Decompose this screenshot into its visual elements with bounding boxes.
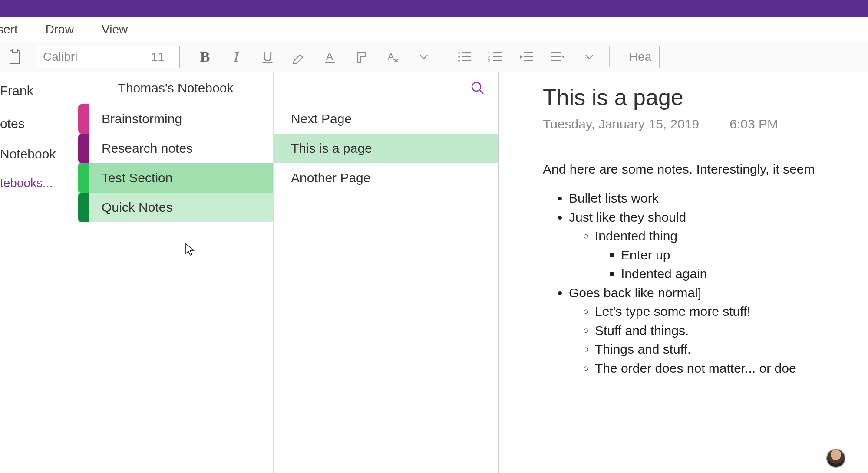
svg-rect-10 bbox=[462, 60, 471, 61]
more-notebooks-link[interactable]: tebooks... bbox=[0, 169, 78, 197]
list-item[interactable]: Indented again bbox=[621, 264, 868, 283]
font-selector[interactable]: Calibri 11 bbox=[36, 46, 180, 68]
section-color-tab bbox=[78, 134, 89, 163]
note-paragraph[interactable]: And here are some notes. Interestingly, … bbox=[543, 162, 868, 177]
formatting-toolbar: Calibri 11 B I U A A 123 Hea bbox=[0, 42, 868, 72]
style-dropdown[interactable]: Hea bbox=[621, 46, 660, 68]
section-label: Quick Notes bbox=[102, 200, 172, 215]
decrease-indent-button[interactable] bbox=[512, 46, 541, 68]
section-label: Brainstorming bbox=[102, 112, 182, 126]
section-item-quicknotes[interactable]: Quick Notes bbox=[78, 193, 273, 222]
section-list-panel: Thomas's Notebook Brainstorming Research… bbox=[78, 72, 274, 473]
underline-button[interactable]: U bbox=[253, 46, 282, 68]
svg-point-23 bbox=[472, 82, 481, 91]
page-title[interactable]: This is a page bbox=[543, 84, 821, 114]
font-color-button[interactable]: A bbox=[315, 46, 345, 68]
svg-point-7 bbox=[458, 56, 460, 58]
list-item[interactable]: Enter up bbox=[621, 246, 868, 265]
page-time: 6:03 PM bbox=[729, 117, 778, 131]
tab-insert[interactable]: sert bbox=[0, 18, 20, 41]
svg-line-24 bbox=[480, 90, 483, 94]
svg-rect-20 bbox=[551, 52, 561, 53]
format-painter-button[interactable] bbox=[347, 46, 376, 68]
svg-rect-21 bbox=[551, 56, 561, 57]
italic-button[interactable]: I bbox=[221, 46, 251, 68]
numbered-list-button[interactable]: 123 bbox=[481, 46, 510, 68]
svg-rect-3 bbox=[325, 62, 335, 63]
list-item[interactable]: Just like they should Indented thing Ent… bbox=[569, 208, 868, 283]
section-color-tab bbox=[78, 193, 89, 222]
section-color-tab bbox=[78, 163, 89, 193]
font-size-input[interactable]: 11 bbox=[136, 46, 179, 68]
notebook-item[interactable]: Notebook bbox=[0, 139, 78, 169]
section-item-research[interactable]: Research notes bbox=[78, 134, 273, 163]
highlight-button[interactable] bbox=[284, 46, 314, 68]
bullet-list-button[interactable] bbox=[449, 46, 479, 68]
increase-indent-button[interactable] bbox=[543, 46, 573, 68]
section-label: Test Section bbox=[102, 171, 172, 185]
font-name-input[interactable]: Calibri bbox=[36, 46, 136, 68]
svg-rect-19 bbox=[524, 60, 533, 61]
list-item[interactable]: Stuff and things. bbox=[595, 321, 868, 340]
svg-rect-8 bbox=[462, 56, 471, 57]
page-date: Tuesday, January 15, 2019 bbox=[543, 117, 699, 131]
font-dropdown-icon[interactable] bbox=[409, 46, 439, 68]
list-item[interactable]: Indented thing Enter up Indented again bbox=[595, 227, 868, 283]
ribbon-tabs: sert Draw View bbox=[0, 17, 868, 42]
list-item[interactable]: Things and stuff. bbox=[595, 340, 868, 359]
section-color-tab bbox=[78, 104, 89, 134]
svg-rect-6 bbox=[462, 52, 471, 53]
page-list-panel: Next Page This is a page Another Page bbox=[274, 72, 499, 473]
section-item-brainstorming[interactable]: Brainstorming bbox=[78, 104, 273, 134]
notebook-owner-label: Frank bbox=[0, 79, 78, 108]
list-item[interactable]: Goes back like normal] Let's type some m… bbox=[569, 283, 868, 378]
list-item[interactable]: The order does not matter... or doe bbox=[595, 359, 868, 378]
paragraph-dropdown-icon[interactable] bbox=[574, 46, 604, 68]
toolbar-separator-2 bbox=[609, 46, 610, 67]
svg-rect-17 bbox=[524, 52, 533, 53]
bold-button[interactable]: B bbox=[190, 46, 220, 68]
svg-text:A: A bbox=[388, 51, 394, 62]
bullet-list[interactable]: Bullet lists work Just like they should … bbox=[543, 189, 868, 378]
page-item[interactable]: Another Page bbox=[274, 163, 498, 193]
notebook-item[interactable]: otes bbox=[0, 108, 78, 139]
svg-text:3: 3 bbox=[488, 59, 490, 63]
user-avatar[interactable] bbox=[826, 449, 845, 468]
section-item-test[interactable]: Test Section bbox=[78, 163, 273, 193]
notebook-title: Thomas's Notebook bbox=[78, 72, 273, 104]
svg-text:A: A bbox=[326, 50, 333, 62]
clear-formatting-button[interactable]: A bbox=[378, 46, 407, 68]
clipboard-icon[interactable] bbox=[0, 46, 30, 68]
page-item-selected[interactable]: This is a page bbox=[274, 134, 498, 163]
list-item[interactable]: Let's type some more stuff! bbox=[595, 302, 868, 321]
notebook-list-panel: Frank otes Notebook tebooks... bbox=[0, 72, 78, 473]
svg-point-5 bbox=[458, 52, 460, 54]
search-icon[interactable] bbox=[470, 81, 485, 95]
list-item[interactable]: Bullet lists work bbox=[569, 189, 868, 208]
tab-view[interactable]: View bbox=[99, 18, 130, 41]
svg-rect-1 bbox=[12, 49, 17, 53]
svg-point-9 bbox=[458, 60, 460, 62]
svg-rect-12 bbox=[493, 52, 502, 53]
svg-rect-16 bbox=[493, 60, 502, 61]
tab-draw[interactable]: Draw bbox=[43, 18, 76, 41]
toolbar-separator bbox=[444, 46, 444, 67]
svg-rect-14 bbox=[493, 56, 502, 57]
note-content-area[interactable]: This is a page Tuesday, January 15, 2019… bbox=[499, 72, 868, 473]
page-item[interactable]: Next Page bbox=[274, 104, 498, 134]
section-label: Research notes bbox=[102, 141, 193, 156]
svg-rect-22 bbox=[551, 60, 561, 61]
svg-rect-18 bbox=[524, 56, 533, 57]
window-titlebar bbox=[0, 0, 868, 17]
